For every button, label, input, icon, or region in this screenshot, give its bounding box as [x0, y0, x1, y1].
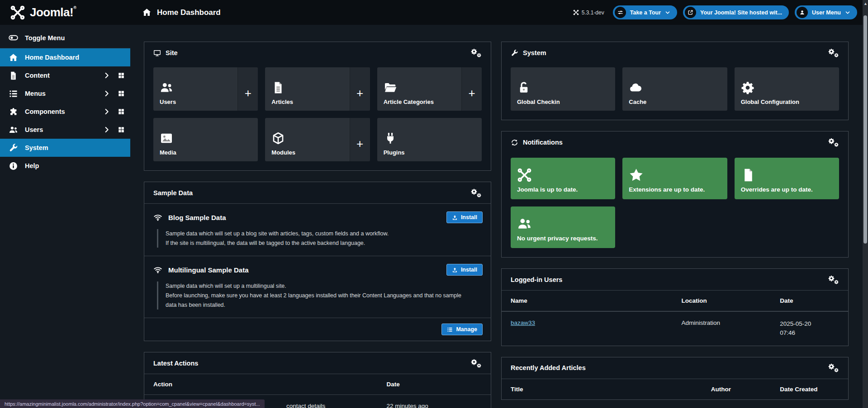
- sample-data-panel: Sample Data Blog Sample Data Install Sam…: [144, 182, 491, 341]
- joomla-brand: Joomla!®: [0, 5, 130, 20]
- home-icon: [142, 8, 152, 17]
- window-scrollbar[interactable]: ▲: [863, 0, 868, 408]
- user-location-cell: Administration: [682, 319, 780, 326]
- global-configuration-card[interactable]: Global Configuration: [735, 67, 839, 111]
- refresh-icon: [511, 139, 518, 146]
- privacy-requests-card[interactable]: No urgent privacy requests.: [511, 206, 615, 248]
- action-date-cell: 22 minutes ago: [386, 403, 482, 408]
- add-module-button[interactable]: +: [350, 118, 370, 161]
- media-card[interactable]: Media: [153, 118, 258, 161]
- users-icon: [9, 125, 18, 135]
- grid-icon[interactable]: [118, 126, 125, 133]
- sample-data-header: Sample Data: [144, 182, 491, 204]
- file-icon: [271, 81, 285, 94]
- chevron-right-icon[interactable]: [103, 72, 110, 79]
- upload-icon: [452, 267, 458, 273]
- sidebar-item-menus[interactable]: Menus: [0, 84, 130, 103]
- wifi-icon: [153, 213, 162, 222]
- header-actions: 5.3.1-dev Take a Tour Your Joomla! Site …: [573, 5, 868, 19]
- status-url-tooltip: https://amazingminimalist.joomla.com/adm…: [0, 399, 265, 408]
- install-multilingual-sample-button[interactable]: Install: [446, 264, 483, 276]
- wrench-icon: [9, 143, 18, 153]
- sidebar-item-home-dashboard[interactable]: Home Dashboard: [0, 48, 130, 66]
- modules-card[interactable]: Modules +: [265, 118, 370, 161]
- external-link-icon: [688, 9, 693, 15]
- manage-sample-data-button[interactable]: Manage: [441, 324, 483, 335]
- chevron-down-icon: [845, 10, 850, 15]
- joomla-logo-icon: [10, 5, 25, 20]
- gear-icon: [741, 81, 754, 94]
- system-panel-header: System: [502, 42, 848, 64]
- add-category-button[interactable]: +: [461, 67, 482, 111]
- left-column: Site Users + Articles + Article Categori…: [144, 42, 491, 408]
- articles-card[interactable]: Articles +: [265, 67, 370, 111]
- grid-icon[interactable]: [118, 90, 125, 97]
- extensions-up-to-date-card[interactable]: Extensions are up to date.: [622, 158, 727, 199]
- star-icon: [629, 168, 644, 183]
- page-title: Home Dashboard: [142, 8, 221, 17]
- panel-options-cogs-icon[interactable]: [828, 48, 839, 57]
- scrollbar-thumb[interactable]: [863, 15, 867, 244]
- scroll-up-arrow[interactable]: ▲: [863, 1, 867, 6]
- overrides-up-to-date-card[interactable]: Overrides are up to date.: [735, 158, 839, 199]
- sidebar-item-help[interactable]: Help: [0, 157, 130, 175]
- sidebar-item-toggle-menu[interactable]: Toggle Menu: [0, 28, 130, 48]
- sidebar-item-system[interactable]: System: [0, 139, 130, 157]
- logged-in-users-panel: Logged-in Users Name Location Date bazaw…: [501, 268, 849, 346]
- signpost-icon: [617, 9, 623, 15]
- panel-options-cogs-icon[interactable]: [471, 188, 482, 197]
- notification-cards: Joomla is up to date. Extensions are up …: [502, 153, 848, 257]
- article-categories-card[interactable]: Article Categories +: [377, 67, 482, 111]
- joomla-version: 5.3.1-dev: [573, 9, 604, 16]
- take-a-tour-button[interactable]: Take a Tour: [613, 5, 677, 19]
- info-icon: [9, 161, 18, 171]
- recently-added-articles-panel: Recently Added Articles Title Author Dat…: [501, 357, 849, 400]
- sidebar-item-users[interactable]: Users: [0, 121, 130, 139]
- add-article-button[interactable]: +: [350, 67, 370, 111]
- plug-icon: [384, 131, 397, 145]
- notifications-panel: Notifications Joomla is up to date. Exte…: [501, 131, 849, 258]
- install-blog-sample-button[interactable]: Install: [446, 211, 483, 223]
- top-bar: Joomla!® Home Dashboard 5.3.1-dev Take a…: [0, 0, 868, 25]
- user-name-link[interactable]: bazaw33: [511, 319, 535, 326]
- user-menu-button[interactable]: User Menu: [795, 5, 857, 19]
- dashboard-main: Site Users + Articles + Article Categori…: [130, 25, 863, 408]
- sample-data-footer: Manage: [144, 318, 491, 341]
- grid-icon[interactable]: [118, 108, 125, 115]
- recent-articles-header: Recently Added Articles: [502, 357, 848, 379]
- unlock-icon: [517, 81, 531, 94]
- users-icon: [160, 81, 173, 94]
- latest-actions-header: Latest Actions: [144, 352, 491, 374]
- sidebar-item-content[interactable]: Content: [0, 66, 130, 84]
- panel-options-cogs-icon[interactable]: [828, 275, 839, 284]
- cache-card[interactable]: Cache: [622, 67, 727, 111]
- file-icon: [9, 71, 18, 80]
- panel-options-cogs-icon[interactable]: [471, 48, 482, 57]
- cloud-icon: [629, 81, 642, 94]
- grid-icon[interactable]: [118, 72, 125, 79]
- joomla-up-to-date-card[interactable]: Joomla is up to date.: [511, 158, 615, 199]
- home-icon: [9, 53, 18, 62]
- joomla-icon: [517, 168, 532, 183]
- system-panel: System Global Checkin Cache Global Confi…: [501, 42, 849, 120]
- file-icon: [741, 168, 756, 183]
- chevron-right-icon[interactable]: [103, 90, 110, 97]
- chevron-right-icon[interactable]: [103, 126, 110, 133]
- plugins-card[interactable]: Plugins: [377, 118, 482, 161]
- registered-mark: ®: [73, 5, 76, 10]
- chevron-down-icon: [665, 10, 670, 15]
- hosted-site-button[interactable]: Your Joomla! Site hosted wit...: [683, 5, 789, 19]
- panel-options-cogs-icon[interactable]: [828, 363, 839, 372]
- puzzle-icon: [9, 107, 18, 117]
- users-card[interactable]: Users +: [153, 67, 258, 111]
- sidebar-item-components[interactable]: Components: [0, 103, 130, 121]
- image-icon: [160, 131, 173, 145]
- user-date-cell: 2025-05-20 07:46: [780, 319, 823, 338]
- add-user-button[interactable]: +: [237, 67, 258, 111]
- hosted-bubble: [685, 7, 696, 18]
- global-checkin-card[interactable]: Global Checkin: [511, 67, 615, 111]
- panel-options-cogs-icon[interactable]: [471, 359, 482, 368]
- upload-icon: [452, 215, 458, 220]
- chevron-right-icon[interactable]: [103, 108, 110, 115]
- panel-options-cogs-icon[interactable]: [828, 138, 839, 147]
